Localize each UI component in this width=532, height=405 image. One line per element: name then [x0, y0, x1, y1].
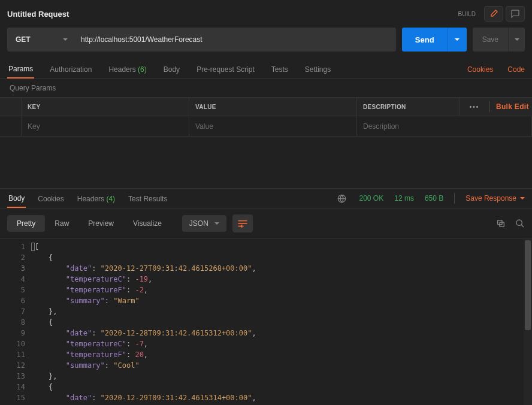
value-input[interactable]: Value	[189, 116, 357, 136]
search-icon[interactable]	[515, 219, 525, 228]
view-raw[interactable]: Raw	[45, 215, 78, 232]
resp-tab-test-results[interactable]: Test Results	[127, 190, 168, 207]
format-select[interactable]: JSON	[182, 215, 226, 232]
resp-headers-count: (4)	[106, 195, 115, 203]
key-header: KEY	[22, 98, 189, 116]
save-button-group: Save	[473, 28, 525, 52]
bulk-edit-link[interactable]: Bulk Edit	[496, 102, 529, 111]
response-size: 650 B	[425, 194, 443, 202]
status-code: 200 OK	[359, 194, 384, 202]
resp-headers-label: Headers	[77, 195, 104, 203]
params-row[interactable]: Key Value Description	[0, 116, 532, 137]
tab-prerequest[interactable]: Pre-request Script	[195, 61, 256, 78]
comment-icon[interactable]	[506, 6, 525, 22]
view-preview[interactable]: Preview	[78, 215, 123, 232]
more-options-icon[interactable]: •••	[470, 104, 480, 110]
headers-count-badge: (6)	[138, 65, 147, 74]
format-label: JSON	[189, 219, 208, 228]
line-gutter: 123456789101112131415	[0, 239, 31, 405]
wrap-lines-button[interactable]	[232, 214, 253, 232]
send-dropdown[interactable]	[448, 28, 467, 52]
url-input[interactable]	[76, 28, 396, 52]
copy-icon[interactable]	[496, 219, 506, 228]
method-url-bar: GET	[7, 28, 396, 52]
save-button[interactable]: Save	[473, 28, 508, 52]
save-response-button[interactable]: Save Response	[466, 194, 525, 202]
send-button[interactable]: Send	[402, 28, 448, 52]
tab-authorization[interactable]: Authorization	[49, 61, 93, 78]
value-header: VALUE	[189, 98, 357, 116]
code-link[interactable]: Code	[507, 65, 525, 74]
resp-tab-body[interactable]: Body	[7, 189, 26, 208]
chevron-down-icon	[63, 38, 68, 41]
chevron-down-icon	[214, 222, 219, 225]
key-input[interactable]: Key	[22, 116, 189, 136]
globe-icon[interactable]	[337, 194, 346, 203]
svg-point-6	[516, 220, 522, 225]
chevron-down-icon	[455, 38, 460, 41]
query-params-label: Query Params	[0, 79, 532, 97]
description-input[interactable]: Description	[357, 116, 532, 136]
params-table: KEY VALUE DESCRIPTION ••• Bulk Edit Key …	[0, 97, 532, 137]
tab-settings[interactable]: Settings	[304, 61, 332, 78]
resp-tab-headers[interactable]: Headers (4)	[76, 190, 116, 207]
send-button-group: Send	[402, 28, 467, 52]
tab-tests[interactable]: Tests	[270, 61, 289, 78]
tab-params[interactable]: Params	[7, 60, 34, 78]
svg-line-7	[521, 225, 524, 227]
edit-icon[interactable]	[484, 6, 503, 22]
response-body-view[interactable]: [ { "date": "2020-12-27T09:31:42.4615268…	[31, 239, 524, 405]
http-method-label: GET	[16, 35, 31, 44]
tab-headers[interactable]: Headers (6)	[107, 61, 147, 78]
view-pretty[interactable]: Pretty	[7, 215, 45, 232]
description-header: DESCRIPTION	[357, 98, 460, 116]
checkbox-col	[0, 98, 22, 116]
resp-tab-cookies[interactable]: Cookies	[37, 190, 65, 207]
tab-body[interactable]: Body	[162, 61, 181, 78]
chevron-down-icon	[515, 38, 519, 41]
view-visualize[interactable]: Visualize	[123, 215, 171, 232]
build-label[interactable]: BUILD	[458, 11, 476, 17]
chevron-down-icon	[520, 197, 525, 200]
http-method-select[interactable]: GET	[7, 28, 76, 52]
request-title: Untitled Request	[7, 10, 458, 19]
response-time: 12 ms	[394, 194, 414, 202]
save-response-label: Save Response	[466, 194, 516, 202]
scrollbar[interactable]	[524, 239, 532, 405]
cookies-link[interactable]: Cookies	[467, 65, 493, 74]
save-dropdown[interactable]	[508, 28, 525, 52]
tab-headers-label: Headers	[108, 65, 135, 74]
